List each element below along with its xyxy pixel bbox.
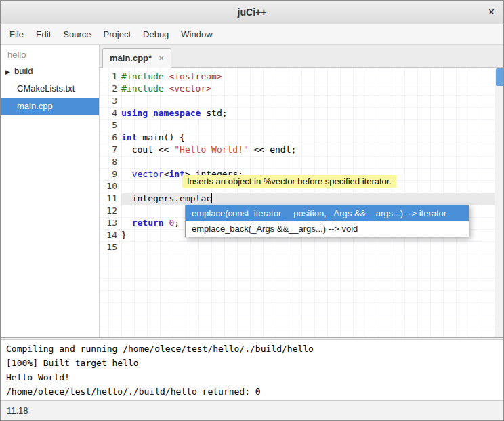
status-bar: 11:18 (1, 400, 503, 421)
app-window: juCi++ × FileEditSourceProjectDebugWindo… (0, 0, 504, 421)
editor-scrollbar[interactable] (495, 68, 504, 338)
tab-bar: main.cpp*× (100, 45, 504, 68)
code-token: integers.emplac (121, 193, 211, 203)
menu-item-edit[interactable]: Edit (30, 24, 57, 45)
menu-bar: FileEditSourceProjectDebugWindow (1, 24, 503, 45)
code-token: int (121, 132, 137, 142)
sidebar: hello ▶buildCMakeLists.txtmain.cpp (1, 45, 100, 338)
tab-label: main.cpp* (110, 53, 152, 63)
line-number: 13 (100, 217, 121, 229)
code-token: cout << (121, 144, 174, 155)
code-token (121, 169, 132, 179)
line-number: 9 (100, 168, 121, 180)
menu-item-window[interactable]: Window (175, 24, 218, 45)
code-token: ; (174, 218, 180, 228)
line-number: 3 (100, 95, 121, 107)
code-text (121, 241, 495, 254)
completion-item-1[interactable]: emplace_back(_Args &&__args...) --> void (186, 221, 469, 237)
doc-tooltip: Inserts an object in %vector before spec… (182, 175, 396, 188)
code-token: return (132, 218, 164, 228)
menu-item-file[interactable]: File (3, 24, 30, 45)
line-number: 4 (100, 107, 121, 119)
code-token: #include (121, 83, 169, 94)
code-text: cout << "Hello World!" << endl; (121, 144, 495, 156)
output-line: Compiling and running /home/olece/test/h… (6, 342, 498, 356)
window-title: juCi++ (1, 7, 503, 18)
menu-item-debug[interactable]: Debug (137, 24, 175, 45)
code-line-3[interactable]: 3 (100, 95, 495, 107)
line-number: 5 (100, 119, 121, 132)
project-label: hello (1, 45, 99, 62)
code-text: #include <vector> (121, 83, 495, 95)
output-line: Hello World! (6, 370, 498, 384)
code-token: "Hello World!" (174, 144, 249, 155)
tree-item-label: main.cpp (17, 101, 53, 111)
code-token: << endl; (249, 144, 296, 155)
code-line-15[interactable]: 15 (100, 241, 495, 254)
line-number: 10 (100, 180, 121, 193)
code-line-7[interactable]: 7 cout << "Hello World!" << endl; (100, 144, 495, 156)
code-text (121, 156, 495, 168)
output-panel[interactable]: Compiling and running /home/olece/test/h… (1, 340, 503, 400)
code-token: main() { (137, 132, 184, 142)
output-line: /home/olece/test/hello/./build/hello ret… (6, 384, 498, 399)
tree-item-cmakelists-txt[interactable]: CMakeLists.txt (1, 80, 99, 98)
editor-column: main.cpp*× 1#include <iostream>2#include… (100, 45, 504, 338)
tab-main-cpp[interactable]: main.cpp*× (102, 48, 171, 68)
code-token: std; (201, 108, 227, 118)
tree-item-label: build (14, 66, 33, 76)
line-number: 8 (100, 156, 121, 168)
code-line-11[interactable]: 11 integers.emplac (100, 193, 495, 205)
code-text (121, 95, 495, 107)
line-number: 7 (100, 144, 121, 156)
code-line-1[interactable]: 1#include <iostream> (100, 71, 495, 83)
line-number: 12 (100, 205, 121, 217)
code-token: <iostream> (169, 71, 222, 81)
output-line: [100%] Built target hello (6, 356, 498, 370)
code-line-2[interactable]: 2#include <vector> (100, 83, 495, 95)
code-line-4[interactable]: 4using namespace std; (100, 107, 495, 119)
scrollbar-thumb[interactable] (496, 68, 504, 86)
code-area[interactable]: 1#include <iostream>2#include <vector>34… (100, 68, 495, 338)
code-text: integers.emplac (121, 193, 495, 205)
completion-popup: emplace(const_iterator __position, _Args… (185, 205, 469, 237)
code-line-8[interactable]: 8 (100, 156, 495, 168)
code-text: using namespace std; (121, 107, 495, 119)
code-line-5[interactable]: 5 (100, 119, 495, 132)
code-line-6[interactable]: 6int main() { (100, 132, 495, 144)
code-token: namespace (153, 108, 201, 118)
menu-item-source[interactable]: Source (57, 24, 97, 45)
line-number: 6 (100, 132, 121, 144)
code-token (121, 218, 132, 228)
line-number: 15 (100, 241, 121, 254)
cursor-position: 11:18 (7, 405, 28, 416)
file-tree: ▶buildCMakeLists.txtmain.cpp (1, 62, 99, 115)
tree-item-main-cpp[interactable]: main.cpp (1, 98, 99, 115)
code-token: using (121, 108, 148, 118)
line-number: 14 (100, 229, 121, 241)
expander-icon[interactable]: ▶ (5, 63, 14, 81)
line-number: 1 (100, 71, 121, 83)
tree-item-build[interactable]: ▶build (1, 62, 99, 80)
code-token (148, 108, 153, 118)
tab-close-icon[interactable]: × (159, 53, 164, 63)
menu-item-project[interactable]: Project (98, 24, 137, 45)
code-token: } (121, 230, 127, 240)
line-number: 2 (100, 83, 121, 95)
code-text: int main() { (121, 132, 495, 144)
code-token: #include (121, 71, 169, 81)
code-token: <vector> (169, 83, 211, 94)
title-bar: juCi++ × (1, 1, 503, 24)
code-token: vector (132, 169, 164, 179)
code-text: #include <iostream> (121, 71, 495, 83)
tree-item-label: CMakeLists.txt (17, 83, 75, 94)
code-editor[interactable]: 1#include <iostream>2#include <vector>34… (100, 68, 504, 338)
text-cursor (211, 193, 212, 203)
line-number: 11 (100, 193, 121, 205)
completion-item-0[interactable]: emplace(const_iterator __position, _Args… (186, 205, 469, 221)
window-close-icon[interactable]: × (488, 6, 495, 18)
code-text (121, 119, 495, 132)
